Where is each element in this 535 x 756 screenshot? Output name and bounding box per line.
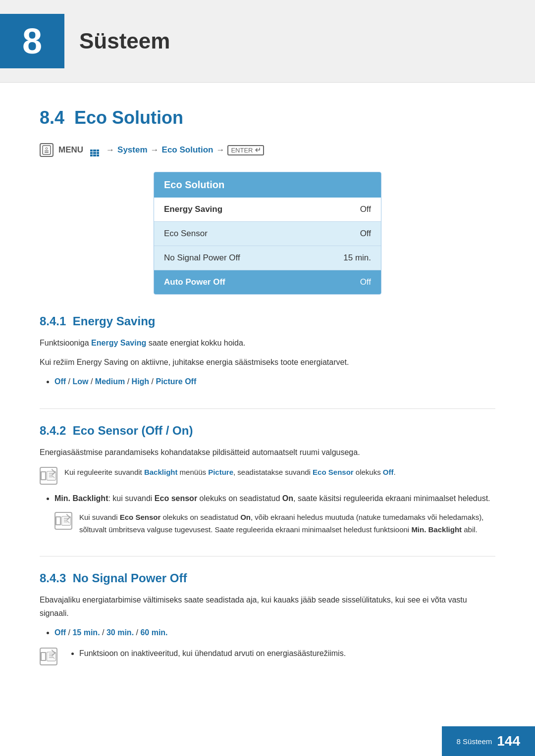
eco-sensor-note2: Kui suvandi Eco Sensor olekuks on seadis… <box>54 511 495 536</box>
sub-heading-843: 8.4.3 No Signal Power Off <box>40 571 495 585</box>
chapter-title: Süsteem <box>79 29 170 53</box>
eco-row-sensor-value: Off <box>360 229 371 239</box>
sub-section-842: 8.4.2 Eco Sensor (Off / On) Energiasääst… <box>40 424 495 536</box>
nosignal-bullets: Off / 15 min. / 30 min. / 60 min. <box>40 626 495 639</box>
menu-arrow1: → <box>106 145 114 155</box>
svg-rect-0 <box>43 146 51 154</box>
eco-dialog: Eco Solution Energy Saving Off Eco Senso… <box>154 172 381 295</box>
eco-row-autopower[interactable]: Auto Power Off Off <box>154 270 381 294</box>
nosignal-note-bullet: Funktsioon on inaktiveeritud, kui ühenda… <box>79 647 346 660</box>
svg-point-1 <box>46 148 48 150</box>
menu-remote-icon <box>40 143 54 157</box>
nosignal-bullet-options: Off / 15 min. / 30 min. / 60 min. <box>54 626 495 639</box>
eco-sensor-bullet-minbacklight: Min. Backlight: kui suvandi Eco sensor o… <box>54 492 495 536</box>
divider-2 <box>40 556 495 556</box>
section-heading: 8.4 Eco Solution <box>40 107 495 128</box>
eco-sensor-note2-text: Kui suvandi Eco Sensor olekuks on seadis… <box>79 511 495 536</box>
energy-saving-bullets: Off / Low / Medium / High / Picture Off <box>40 375 495 388</box>
menu-grid-icon <box>88 144 101 156</box>
svg-rect-2 <box>45 151 49 151</box>
svg-rect-4 <box>47 471 55 480</box>
sub-section-841: 8.4.1 Energy Saving Funktsiooniga Energy… <box>40 314 495 389</box>
eco-row-energy[interactable]: Energy Saving Off <box>154 198 381 222</box>
nosignal-para1: Ebavajaliku energiatarbimise vältimiseks… <box>40 593 495 620</box>
svg-rect-5 <box>61 516 70 525</box>
energy-saving-bold1: Energy Saving <box>91 339 146 347</box>
nosignal-note-bullets: Funktsioon on inaktiveeritud, kui ühenda… <box>64 647 346 663</box>
menu-arrow3: → <box>216 145 224 155</box>
eco-sensor-note1: Kui reguleerite suvandit Backlight menüü… <box>40 466 495 485</box>
enter-icon: ENTER <box>227 145 264 155</box>
menu-arrow2: → <box>151 145 159 155</box>
footer-page-number: 144 <box>497 733 520 749</box>
menu-eco: Eco Solution <box>162 145 214 155</box>
nosignal-note: Funktsioon on inaktiveeritud, kui ühenda… <box>40 647 495 665</box>
menu-path: MENU → System → Eco Solution → ENTER <box>40 143 495 157</box>
note-icon-2 <box>54 512 72 530</box>
eco-row-sensor-label: Eco Sensor <box>164 229 208 239</box>
eco-sensor-para1: Energiasäästmise parandamiseks kohandata… <box>40 446 495 459</box>
sub-heading-842: 8.4.2 Eco Sensor (Off / On) <box>40 424 495 438</box>
sub-section-843: 8.4.3 No Signal Power Off Ebavajaliku en… <box>40 571 495 665</box>
eco-row-autopower-value: Off <box>360 277 371 287</box>
energy-saving-bullet-options: Off / Low / Medium / High / Picture Off <box>54 375 495 388</box>
note-icon-3 <box>40 648 57 665</box>
page-header: 8 Süsteem <box>0 0 535 83</box>
eco-sensor-note1-text: Kui reguleerite suvandit Backlight menüü… <box>64 466 396 479</box>
chapter-number: 8 <box>0 14 64 68</box>
note-icon-1 <box>40 467 57 485</box>
svg-rect-3 <box>45 152 49 153</box>
energy-saving-para2: Kui režiim Energy Saving on aktiivne, ju… <box>40 355 495 369</box>
eco-row-nosignal[interactable]: No Signal Power Off 15 min. <box>154 246 381 270</box>
menu-label: MENU <box>58 145 83 155</box>
divider-1 <box>40 408 495 409</box>
page-footer: 8 Süsteem 144 <box>442 726 535 756</box>
eco-row-nosignal-value: 15 min. <box>343 253 371 263</box>
eco-row-energy-value: Off <box>360 204 371 214</box>
eco-row-nosignal-label: No Signal Power Off <box>164 253 240 263</box>
svg-rect-6 <box>47 652 55 660</box>
eco-row-sensor[interactable]: Eco Sensor Off <box>154 222 381 246</box>
main-content: 8.4 Eco Solution MENU → System → Eco Sol… <box>0 83 535 710</box>
eco-row-autopower-label: Auto Power Off <box>164 277 225 287</box>
sub-heading-841: 8.4.1 Energy Saving <box>40 314 495 328</box>
eco-sensor-bullets: Min. Backlight: kui suvandi Eco sensor o… <box>40 492 495 536</box>
eco-dialog-title: Eco Solution <box>154 172 381 198</box>
menu-system: System <box>117 145 147 155</box>
footer-chapter-text: 8 Süsteem <box>457 737 492 746</box>
eco-row-energy-label: Energy Saving <box>164 204 222 214</box>
energy-saving-para1: Funktsiooniga Energy Saving saate energi… <box>40 336 495 350</box>
